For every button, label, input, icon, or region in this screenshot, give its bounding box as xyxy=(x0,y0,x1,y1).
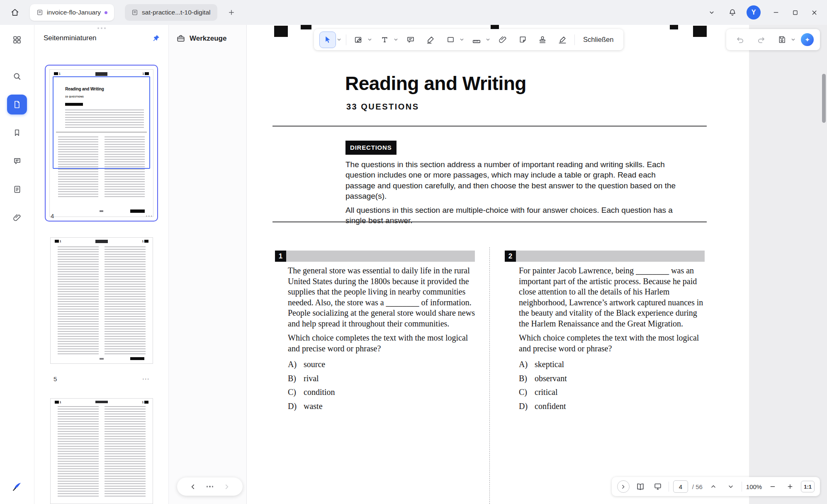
thumb-corner-mark: 1 xyxy=(142,72,149,75)
answer-choice-b[interactable]: B) observant xyxy=(519,373,705,384)
bell-icon xyxy=(728,8,737,17)
vertical-scrollbar[interactable] xyxy=(821,25,826,504)
reading-view-button[interactable] xyxy=(634,480,647,493)
text-tool-dropdown[interactable] xyxy=(393,32,399,48)
section-title: Reading and Writing xyxy=(345,72,526,95)
previous-page-button[interactable] xyxy=(190,483,197,490)
home-button[interactable] xyxy=(7,4,23,21)
presentation-mode-button[interactable] xyxy=(651,480,664,493)
zoom-out-button[interactable] xyxy=(766,480,779,493)
answer-choice-b[interactable]: B) rival xyxy=(288,373,475,384)
select-tool-dropdown[interactable] xyxy=(336,32,342,48)
pages-panel-button[interactable] xyxy=(7,179,27,199)
select-tool-button[interactable] xyxy=(320,32,336,48)
maximize-button[interactable] xyxy=(786,2,805,22)
attachment-tool-button[interactable] xyxy=(495,32,511,48)
pin-panel-button[interactable] xyxy=(152,34,160,42)
question-prompt: Which choice completes the text with the… xyxy=(519,333,705,354)
page-number-input[interactable]: 4 xyxy=(673,480,688,493)
answer-choice-c[interactable]: C) critical xyxy=(519,387,705,398)
scrollbar-thumb[interactable] xyxy=(822,74,826,123)
close-toolbar-button[interactable]: Schließen xyxy=(579,36,618,44)
apps-panel-button[interactable] xyxy=(7,30,27,50)
titlebar-right-controls: Y xyxy=(699,2,827,22)
close-icon xyxy=(811,9,818,16)
search-panel-button[interactable] xyxy=(7,66,27,86)
tab-sat-document[interactable]: sat-practice...t-10-digital xyxy=(125,4,217,21)
bookmarks-panel-button[interactable] xyxy=(7,123,27,143)
sign-tool-button[interactable] xyxy=(555,32,570,48)
more-options-button[interactable] xyxy=(207,486,214,487)
save-dropdown[interactable] xyxy=(791,32,796,48)
answer-choice-a[interactable]: A) source xyxy=(288,359,475,370)
answer-choice-c[interactable]: C) condition xyxy=(288,387,475,398)
thumbnail-options-button[interactable]: ⋯ xyxy=(146,212,153,220)
ruler-icon xyxy=(472,35,481,44)
stamp-tool-button[interactable] xyxy=(535,32,550,48)
ai-assistant-button[interactable]: ✦ xyxy=(801,33,814,46)
notifications-button[interactable] xyxy=(724,4,741,21)
chevron-right-icon xyxy=(620,484,626,489)
redo-button[interactable] xyxy=(753,32,769,48)
actual-size-button[interactable]: 1:1 xyxy=(801,481,815,492)
thumbnail-options-button[interactable]: ⋯ xyxy=(142,375,150,383)
redo-icon xyxy=(756,35,766,44)
question-passage: The general store was essential to daily… xyxy=(288,265,475,329)
horizontal-rule xyxy=(272,126,707,127)
ellipsis-icon xyxy=(207,486,214,487)
answer-choice-d[interactable]: D) confident xyxy=(519,401,705,412)
next-page-button[interactable] xyxy=(724,480,737,493)
directions-paragraph: The questions in this section address a … xyxy=(345,159,680,202)
question-2-body: For painter Jacob Lawrence, being ______… xyxy=(505,265,705,411)
left-rail xyxy=(0,25,34,504)
brand-icon xyxy=(12,481,22,492)
pen-tool-button[interactable] xyxy=(423,32,438,48)
comment-tool-button[interactable] xyxy=(403,32,418,48)
document-tab-icon xyxy=(131,9,138,16)
user-avatar[interactable]: Y xyxy=(747,5,761,19)
directions-block: DIRECTIONS The questions in this section… xyxy=(345,141,680,226)
tab-list-dropdown-button[interactable] xyxy=(703,4,720,21)
thumb-module-chip xyxy=(95,72,108,75)
tab-invoice-document[interactable]: invoice-flo-January xyxy=(30,4,114,21)
pages-icon xyxy=(13,185,22,194)
chevron-right-icon xyxy=(223,483,230,490)
undo-button[interactable] xyxy=(732,32,748,48)
previous-page-button[interactable] xyxy=(707,480,720,493)
shape-tool-dropdown[interactable] xyxy=(459,32,465,48)
toolbar-divider xyxy=(574,34,575,45)
shape-tool-button[interactable] xyxy=(443,32,458,48)
panel-drag-handle[interactable] xyxy=(97,27,106,29)
answer-choice-d[interactable]: D) waste xyxy=(288,401,475,412)
thumb-corner-mark: 1 xyxy=(54,72,61,75)
text-tool-button[interactable] xyxy=(377,32,392,48)
avatar-initial: Y xyxy=(752,9,756,16)
measure-tool-dropdown[interactable] xyxy=(485,32,491,48)
thumbnails-panel-button[interactable] xyxy=(7,95,27,114)
comments-panel-button[interactable] xyxy=(7,151,27,171)
thumbnail-page-4[interactable]: 1 1 Reading and Writing 33 QUESTIONS xyxy=(45,65,158,222)
new-tab-button[interactable] xyxy=(224,5,239,20)
expand-panel-button[interactable] xyxy=(617,480,630,493)
edit-tool-dropdown[interactable] xyxy=(367,32,372,48)
thumbnail-page-6[interactable]: 1 1 xyxy=(50,398,153,504)
brand-button[interactable] xyxy=(7,477,27,497)
edit-tool-button[interactable] xyxy=(350,32,366,48)
attachments-panel-button[interactable] xyxy=(7,207,27,227)
titlebar: invoice-flo-January sat-practice...t-10-… xyxy=(0,0,827,25)
paperclip-icon xyxy=(499,35,507,44)
measure-tool-button[interactable] xyxy=(469,32,484,48)
sticker-tool-button[interactable] xyxy=(515,32,530,48)
comment-icon xyxy=(406,35,415,44)
zoom-in-button[interactable] xyxy=(783,480,797,493)
save-button[interactable] xyxy=(774,32,790,48)
next-page-button[interactable] xyxy=(223,483,230,490)
chevron-down-icon xyxy=(367,37,372,42)
thumbnails-panel: Seitenminiaturen 1 1 Reading and Writing… xyxy=(34,25,169,504)
thumbnail-page-5[interactable]: 1 1 xyxy=(50,237,153,364)
answer-choice-a[interactable]: A) skeptical xyxy=(519,359,705,370)
minimize-button[interactable] xyxy=(766,2,786,22)
question-number-badge: 2 xyxy=(505,251,516,262)
close-window-button[interactable] xyxy=(805,2,824,22)
question-2-header: 2 xyxy=(505,251,705,262)
